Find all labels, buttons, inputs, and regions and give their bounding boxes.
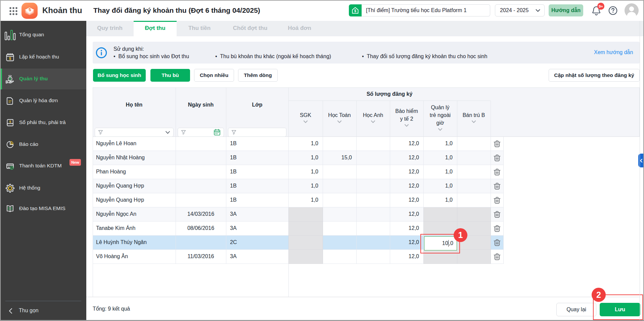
svg-text:$: $ bbox=[9, 120, 11, 123]
svg-text:$: $ bbox=[354, 9, 356, 13]
svg-text:$: $ bbox=[9, 77, 11, 81]
svg-text:$: $ bbox=[9, 56, 11, 61]
